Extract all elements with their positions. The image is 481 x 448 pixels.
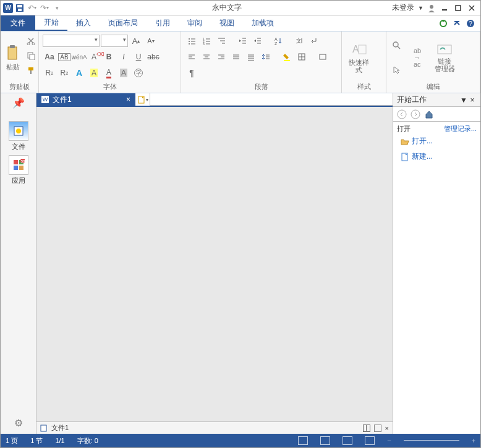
pin-icon[interactable]: 📌 xyxy=(12,97,25,109)
shrink-font-button[interactable]: A▾ xyxy=(144,34,158,48)
change-case-button[interactable]: Aa xyxy=(43,50,56,64)
status-page[interactable]: 1 页 xyxy=(6,436,18,446)
phonetic-guide-button[interactable]: wénA xyxy=(72,50,86,64)
view-web-icon[interactable] xyxy=(343,436,352,445)
window-close-icon[interactable]: × xyxy=(385,425,389,432)
bottom-doc-label[interactable]: 文件1 xyxy=(51,423,69,433)
maximize-button[interactable] xyxy=(453,3,463,13)
new-file-link[interactable]: 新建... xyxy=(397,149,477,164)
close-tab-icon[interactable]: × xyxy=(126,95,130,104)
window-max-icon[interactable] xyxy=(374,425,381,432)
collapse-ribbon-icon[interactable] xyxy=(452,19,462,28)
find-button[interactable] xyxy=(390,39,404,53)
font-color-button[interactable]: A xyxy=(102,66,116,80)
manage-records-link[interactable]: 管理记录... xyxy=(444,124,477,133)
qat-customize[interactable]: ▾ xyxy=(51,2,62,14)
enclose-char-button[interactable]: 字 xyxy=(132,66,145,80)
sidebar-item-files[interactable]: 文件 xyxy=(9,121,28,151)
line-break-button[interactable] xyxy=(307,34,321,48)
tab-layout[interactable]: 页面布局 xyxy=(100,15,147,31)
bullets-button[interactable] xyxy=(185,34,198,48)
file-menu[interactable]: 文件 xyxy=(1,15,35,31)
settings-icon[interactable]: ⚙ xyxy=(14,417,23,429)
subscript-button[interactable]: R2 xyxy=(43,66,56,80)
text-direction-button[interactable]: 文 xyxy=(292,34,306,48)
zoom-in-icon[interactable]: + xyxy=(472,437,475,444)
highlight-button[interactable]: A xyxy=(87,66,101,80)
tab-view[interactable]: 视图 xyxy=(211,15,243,31)
document-tab-active[interactable]: W 文件1 × xyxy=(36,93,135,106)
strikethrough-button[interactable]: abc xyxy=(147,50,160,64)
help-icon[interactable]: ? xyxy=(466,19,475,28)
align-center-button[interactable] xyxy=(200,50,213,64)
tab-addins[interactable]: 加载项 xyxy=(243,15,283,31)
redo-button[interactable]: ↷▾ xyxy=(39,2,50,14)
view-print-layout-icon[interactable] xyxy=(298,436,308,445)
tab-insert[interactable]: 插入 xyxy=(67,15,100,31)
link-manager-button[interactable]: 链接 管理器 xyxy=(431,34,458,81)
quick-styles-button[interactable]: A 快速样式 xyxy=(346,34,372,81)
app-icon[interactable]: W xyxy=(3,3,13,13)
tab-references[interactable]: 引用 xyxy=(147,15,179,31)
select-button[interactable] xyxy=(390,63,404,77)
line-spacing-button[interactable] xyxy=(259,50,273,64)
nav-forward-icon[interactable] xyxy=(411,109,420,119)
clear-format-button[interactable]: A⌫ xyxy=(87,50,101,64)
taskpane-dropdown-icon[interactable]: ▼ xyxy=(459,96,468,104)
cut-button[interactable] xyxy=(24,34,38,48)
char-border-button[interactable]: AB xyxy=(57,50,71,64)
align-right-button[interactable] xyxy=(215,50,228,64)
copy-button[interactable] xyxy=(24,49,38,62)
numbering-button[interactable]: 123 xyxy=(200,34,213,48)
view-read-icon[interactable] xyxy=(320,436,330,445)
minimize-button[interactable] xyxy=(440,3,449,13)
nav-home-icon[interactable] xyxy=(424,109,434,119)
open-file-link[interactable]: 打开... xyxy=(397,133,477,149)
document-canvas[interactable] xyxy=(36,107,393,421)
nav-back-icon[interactable] xyxy=(397,109,407,119)
char-shading-button[interactable]: A xyxy=(117,66,130,80)
login-dropdown-icon[interactable]: ▼ xyxy=(418,5,424,11)
replace-button[interactable]: ab→ac xyxy=(406,34,428,81)
paste-button[interactable]: 粘贴 xyxy=(4,34,22,81)
align-left-button[interactable] xyxy=(185,50,198,64)
status-words[interactable]: 字数: 0 xyxy=(77,436,98,446)
decrease-indent-button[interactable] xyxy=(236,34,249,48)
sidebar-item-apps[interactable]: 53 应用 xyxy=(9,155,28,185)
borders-button[interactable] xyxy=(295,50,309,64)
superscript-button[interactable]: R2 xyxy=(57,66,71,80)
zoom-slider[interactable] xyxy=(404,440,459,441)
multilevel-list-button[interactable] xyxy=(215,34,228,48)
shading-button[interactable] xyxy=(280,50,294,64)
underline-button[interactable]: U xyxy=(132,50,145,64)
svg-rect-77 xyxy=(14,166,18,170)
login-status[interactable]: 未登录 xyxy=(392,2,414,13)
show-marks-button[interactable]: ¶ xyxy=(185,66,198,80)
user-icon[interactable] xyxy=(427,4,436,12)
status-pagepos[interactable]: 1/1 xyxy=(55,437,64,444)
save-button[interactable] xyxy=(14,2,25,14)
italic-button[interactable]: I xyxy=(117,50,130,64)
tabs-button[interactable] xyxy=(316,50,330,64)
close-button[interactable] xyxy=(467,3,477,13)
tab-home[interactable]: 开始 xyxy=(35,15,67,31)
undo-button[interactable]: ↶▾ xyxy=(27,2,38,14)
font-family-combo[interactable] xyxy=(43,35,100,47)
taskpane-close-icon[interactable]: × xyxy=(468,96,477,104)
font-size-combo[interactable] xyxy=(101,35,128,47)
view-outline-icon[interactable] xyxy=(365,436,375,445)
increase-indent-button[interactable] xyxy=(250,34,264,48)
address-bar[interactable] xyxy=(150,93,393,106)
sort-button[interactable]: AZ xyxy=(271,34,285,48)
sync-icon[interactable] xyxy=(438,19,448,28)
grow-font-button[interactable]: A▴ xyxy=(129,34,143,48)
tab-review[interactable]: 审阅 xyxy=(179,15,211,31)
new-document-button[interactable]: ▾ xyxy=(135,93,150,106)
align-distributed-button[interactable] xyxy=(244,50,258,64)
status-section[interactable]: 1 节 xyxy=(30,436,43,446)
text-effects-button[interactable]: A xyxy=(72,66,86,80)
align-justify-button[interactable] xyxy=(229,50,243,64)
window-split-icon[interactable] xyxy=(363,425,370,432)
zoom-out-icon[interactable]: − xyxy=(387,437,391,444)
format-painter-button[interactable] xyxy=(24,64,38,77)
